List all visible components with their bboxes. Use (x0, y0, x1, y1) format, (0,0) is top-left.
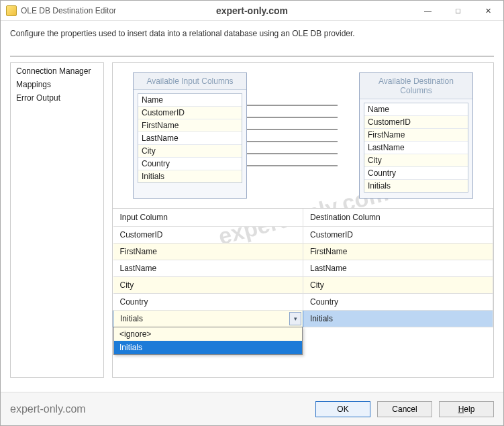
help-button-label: H (458, 405, 464, 414)
table-row[interactable]: CountryCountry (113, 294, 493, 311)
col-header-input[interactable]: Input Column (113, 209, 303, 227)
dropdown-menu[interactable]: <ignore>Initials (113, 327, 303, 355)
window-title: OLE DB Destination Editor (21, 6, 116, 15)
chevron-down-icon: ▾ (294, 315, 297, 322)
separator (10, 56, 494, 57)
list-item[interactable]: Name (138, 94, 242, 107)
input-column-cell[interactable]: FirstName (113, 244, 303, 260)
list-item[interactable]: LastName (138, 132, 242, 145)
list-item[interactable]: Country (138, 158, 242, 170)
footer: expert-only.com OK Cancel Help (1, 392, 503, 425)
list-item[interactable]: City (364, 154, 468, 167)
mapping-table: Input Column Destination Column Customer… (113, 209, 493, 327)
sidebar: Connection Manager Mappings Error Output (10, 62, 104, 378)
input-columns-list: Name CustomerID FirstName LastName City … (138, 93, 242, 183)
instructions-text: Configure the properties used to insert … (1, 21, 503, 44)
footer-brand: expert-only.com (10, 403, 86, 415)
minimize-button[interactable]: — (413, 1, 443, 21)
sidebar-item-mappings[interactable]: Mappings (15, 79, 99, 90)
input-columns-header: Available Input Columns (134, 73, 246, 90)
input-column-cell[interactable]: CustomerID (113, 227, 303, 244)
destination-columns-header: Available Destination Columns (360, 73, 472, 99)
mapping-grid: Input Column Destination Column Customer… (113, 208, 493, 377)
titlebar: OLE DB Destination Editor expert-only.co… (1, 1, 503, 21)
close-button[interactable]: ✕ (473, 1, 503, 21)
list-item[interactable]: CustomerID (138, 107, 242, 119)
window-controls: — □ ✕ (413, 1, 503, 21)
dropdown-toggle[interactable]: ▾ (289, 312, 301, 325)
dropdown-option[interactable]: <ignore> (114, 327, 302, 341)
mapping-diagram: Available Input Columns Name CustomerID … (113, 63, 493, 208)
table-row[interactable]: CustomerIDCustomerID (113, 227, 493, 244)
dropdown-option[interactable]: Initials (114, 341, 302, 354)
destination-column-cell[interactable]: CustomerID (303, 227, 493, 244)
help-button[interactable]: Help (439, 401, 494, 417)
main-area: Connection Manager Mappings Error Output… (1, 62, 503, 378)
table-row[interactable]: CityCity (113, 277, 493, 294)
list-item[interactable]: CustomerID (364, 116, 468, 129)
destination-column-cell[interactable]: Initials (303, 311, 493, 327)
destination-column-cell[interactable]: City (303, 277, 493, 294)
destination-column-cell[interactable]: LastName (303, 260, 493, 277)
input-column-cell[interactable]: Initials▾<ignore>Initials (113, 311, 303, 327)
maximize-button[interactable]: □ (443, 1, 473, 21)
list-item[interactable]: Country (364, 167, 468, 180)
list-item[interactable]: Initials (364, 180, 468, 192)
destination-column-cell[interactable]: Country (303, 294, 493, 311)
destination-columns-box[interactable]: Available Destination Columns Name Custo… (359, 72, 473, 199)
table-row[interactable]: Initials▾<ignore>InitialsInitials (113, 311, 493, 327)
input-column-cell[interactable]: City (113, 277, 303, 294)
input-columns-box[interactable]: Available Input Columns Name CustomerID … (133, 72, 247, 199)
list-item[interactable]: LastName (364, 142, 468, 154)
input-column-cell[interactable]: Country (113, 294, 303, 311)
list-item[interactable]: Initials (138, 170, 242, 182)
content-panel: expert-only.com Available Input Columns … (112, 62, 494, 378)
table-row[interactable]: LastNameLastName (113, 260, 493, 277)
help-button-rest: elp (464, 405, 474, 414)
app-icon (6, 5, 17, 16)
list-item[interactable]: FirstName (364, 129, 468, 142)
input-column-cell[interactable]: LastName (113, 260, 303, 277)
table-row[interactable]: FirstNameFirstName (113, 244, 493, 260)
col-header-destination[interactable]: Destination Column (303, 209, 493, 227)
destination-column-cell[interactable]: FirstName (303, 244, 493, 260)
destination-columns-list: Name CustomerID FirstName LastName City … (364, 103, 468, 193)
ok-button[interactable]: OK (315, 401, 370, 417)
sidebar-item-error-output[interactable]: Error Output (15, 93, 99, 103)
list-item[interactable]: City (138, 145, 242, 158)
list-item[interactable]: Name (364, 103, 468, 116)
sidebar-item-connection-manager[interactable]: Connection Manager (15, 66, 99, 76)
cancel-button[interactable]: Cancel (377, 401, 432, 417)
list-item[interactable]: FirstName (138, 119, 242, 132)
